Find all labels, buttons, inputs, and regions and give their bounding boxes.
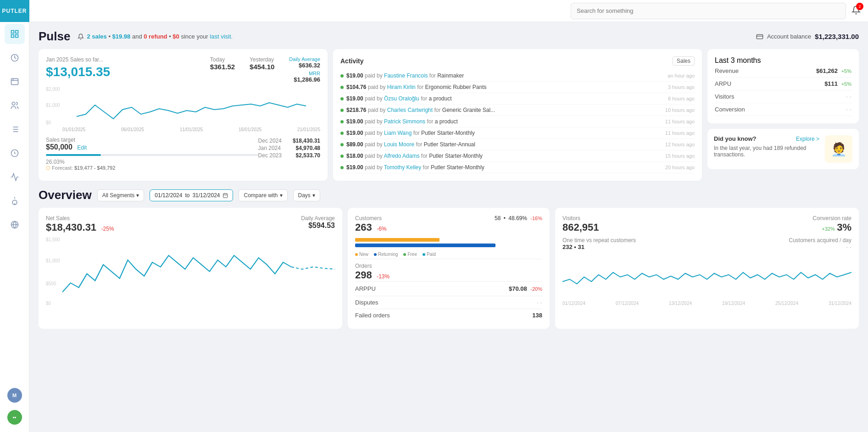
cad-label: Customers acquired / day — [789, 237, 851, 244]
visitors-chart — [562, 254, 851, 300]
sidebar-item-dashboard[interactable] — [5, 24, 25, 44]
compare-dropdown[interactable]: Compare with ▾ — [239, 189, 287, 201]
l3m-title: Last 3 months — [715, 56, 851, 65]
pulse-since: since your — [181, 33, 210, 40]
activity-filter-dropdown[interactable]: Sales — [673, 56, 695, 66]
l3m-row-visitors: Visitors - - — [715, 90, 851, 103]
topbar: 2 — [29, 0, 868, 22]
activity-text: $19.00 paid by Patrick Simmons for a pro… — [346, 118, 662, 125]
svg-rect-3 — [15, 35, 18, 38]
list-item: $89.00 paid by Louis Moore for Putler St… — [340, 139, 695, 150]
arppu-value: $70.08 — [509, 285, 527, 292]
bar-row-2 — [355, 244, 542, 247]
sidebar-item-reports[interactable] — [5, 167, 25, 187]
arppu-row: ARPPU $70.08 -20% — [355, 281, 542, 296]
failed-label: Failed orders — [355, 312, 390, 319]
overview-grid: Net Sales $18,430.31 -25% Daily Average … — [39, 208, 859, 329]
sidebar-item-payments[interactable] — [5, 48, 25, 68]
notification-bell[interactable]: 2 — [851, 6, 861, 17]
conv-change: +32% — [822, 226, 835, 232]
pulse-grid: Jan 2025 Sales so far... $13,015.35 Toda… — [39, 49, 859, 181]
target-progress-fill — [46, 154, 101, 156]
date-to: 31/12/2024 — [192, 192, 220, 199]
svg-rect-1 — [15, 31, 18, 33]
activity-text: $218.76 paid by Charles Cartwright for G… — [346, 107, 662, 113]
y-label-1000: $1,000 — [46, 103, 60, 108]
dyk-explore-link[interactable]: Explore > — [796, 136, 819, 142]
customers-amount: 263 — [355, 222, 372, 233]
overview-header: Overview All Segments ▾ 01/12/2024 to 31… — [39, 188, 859, 202]
pulse-last-visit[interactable]: last visit. — [210, 33, 233, 40]
cust-right-count: 58 — [495, 215, 501, 222]
search-input[interactable] — [571, 3, 846, 19]
conv-value: 3% — [837, 222, 851, 233]
customer-bars — [355, 238, 542, 247]
pulse-account-balance: Account balance $1,223,331.00 — [756, 33, 859, 40]
orders-change: -13% — [377, 273, 389, 280]
legend-dot-free — [403, 253, 406, 256]
yesterday-value: $454.10 — [250, 63, 274, 71]
svg-rect-5 — [11, 78, 18, 84]
activity-time: 15 hours ago — [665, 153, 695, 159]
did-you-know-card: Did you know? Explore > In the last year… — [707, 129, 859, 169]
arppu-change: -20% — [530, 286, 542, 292]
sidebar-item-insights[interactable] — [5, 191, 25, 211]
net-sales-card: Net Sales $18,430.31 -25% Daily Average … — [39, 208, 342, 329]
legend-dot-new — [355, 253, 358, 256]
activity-dot — [340, 143, 344, 146]
sidebar: PUTLER — [0, 0, 29, 432]
overview-title: Overview — [39, 188, 92, 202]
ns-daily-value: $594.53 — [301, 222, 335, 230]
sidebar-item-customers[interactable] — [5, 95, 25, 116]
chart-x-labels: 01/01/2025 06/01/2025 11/01/2025 16/01/2… — [62, 127, 320, 132]
account-balance-amount: $1,223,331.00 — [815, 33, 859, 40]
activity-text: $19.00 paid by Tomothy Kelley for Putler… — [346, 164, 662, 171]
legend-new: New — [359, 252, 368, 257]
svg-point-8 — [12, 102, 15, 105]
y-label-0: $0 — [46, 120, 51, 125]
sidebar-item-orders[interactable] — [5, 72, 25, 92]
sidebar-item-products[interactable] — [5, 119, 25, 139]
date-range-picker[interactable]: 01/12/2024 to 31/12/2024 — [150, 189, 233, 201]
activity-card: Activity Sales $19.00 paid by Faustine F… — [333, 49, 702, 181]
disputes-row: Disputes - - — [355, 296, 542, 309]
l3m-row-conversion: Conversion - - — [715, 103, 851, 116]
sidebar-item-revenue[interactable] — [5, 143, 25, 163]
activity-time: 3 hours ago — [668, 84, 695, 90]
activity-dot — [340, 74, 344, 78]
cad-value: - - — [789, 244, 851, 250]
orders-amount: 298 — [355, 269, 372, 281]
content-area: Pulse 2 sales • $19.98 and 0 refund • $0… — [29, 22, 868, 432]
bar-yellow — [355, 238, 440, 242]
user-avatar-dots[interactable]: •• — [7, 410, 22, 425]
mrr-value: $1,286.96 — [289, 76, 320, 83]
legend-dot-returning — [374, 253, 377, 256]
dyk-title: Did you know? — [714, 135, 756, 142]
activity-time: 11 hours ago — [665, 119, 695, 124]
segment-dropdown[interactable]: All Segments ▾ — [97, 189, 145, 201]
right-panel: Last 3 months Revenue $61,262 +5% ARPU $… — [707, 49, 859, 181]
today-value: $361.52 — [210, 63, 235, 71]
activity-time: 20 hours ago — [665, 165, 695, 170]
visitors-card: Visitors 862,951 Conversion rate +32% 3%… — [555, 208, 859, 329]
activity-dot — [340, 166, 344, 169]
activity-dot — [340, 132, 344, 135]
list-item: $18.00 paid by Alfredo Adams for Putler … — [340, 150, 695, 162]
dyk-text: Did you know? Explore > In the last year… — [714, 135, 819, 158]
forecast: ⬡ Forecast: $19,477 - $49,792 — [46, 165, 258, 171]
list-item: $19.00 paid by Patrick Simmons for a pro… — [340, 116, 695, 127]
list-item: $19.00 paid by Özsu Oraloğlu for a produ… — [340, 93, 695, 105]
activity-text: $104.76 paid by Hiram Kirlin for Ergonom… — [346, 84, 665, 90]
app-logo[interactable]: PUTLER — [0, 0, 29, 22]
customers-label: Customers — [355, 215, 387, 222]
legend-paid: Paid — [427, 252, 436, 257]
target-edit[interactable]: Edit — [77, 144, 87, 151]
bar-row-1 — [355, 238, 542, 242]
target-pct: 26.03% — [46, 159, 65, 165]
activity-dot — [340, 97, 344, 100]
pulse-header: Pulse 2 sales • $19.98 and 0 refund • $0… — [39, 29, 859, 44]
days-dropdown[interactable]: Days ▾ — [293, 189, 320, 201]
failed-orders-row: Failed orders 138 — [355, 309, 542, 321]
sidebar-item-global[interactable] — [5, 215, 25, 235]
user-avatar-m[interactable]: M — [7, 388, 22, 403]
